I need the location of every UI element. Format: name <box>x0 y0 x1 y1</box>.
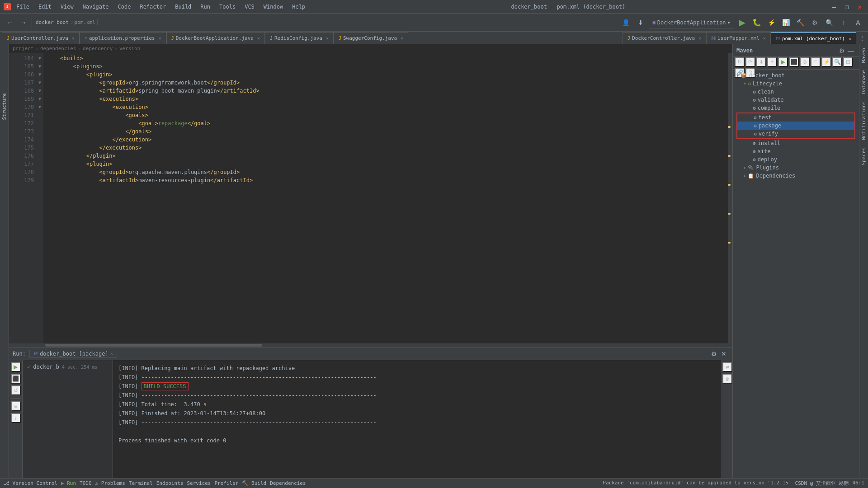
build-button[interactable]: 🔨 <box>794 16 807 29</box>
sidebar-maven-label[interactable]: Maven <box>860 44 868 66</box>
menu-vcs[interactable]: VCS <box>243 3 256 11</box>
tab-close[interactable]: ✕ <box>326 36 329 41</box>
tab-close[interactable]: ✕ <box>698 36 701 41</box>
run-button[interactable]: ▶ <box>736 16 749 29</box>
status-run[interactable]: ▶ Run <box>61 480 76 486</box>
close-button[interactable]: ✕ <box>855 2 864 11</box>
back-button[interactable]: ← <box>4 16 16 29</box>
breadcrumb-version[interactable]: version <box>119 46 140 52</box>
horizontal-scrollbar[interactable] <box>9 343 732 347</box>
run-configuration-selector[interactable]: ▣ DockerBootApplication ▼ <box>649 17 734 28</box>
tab-close[interactable]: ✕ <box>257 36 260 41</box>
output-softrap-button[interactable]: ⇌ <box>722 362 732 372</box>
search-everywhere-button[interactable]: 👤 <box>620 16 632 29</box>
maven-verify[interactable]: ⚙ verify <box>737 130 854 138</box>
maven-refresh-button[interactable]: ↻ <box>735 57 745 67</box>
run-process-item[interactable]: ✓ docker_b 4 sec, 254 ms <box>24 362 111 372</box>
maven-execute-goal-button[interactable]: ⚡ <box>821 57 831 67</box>
tab-close[interactable]: ✕ <box>159 36 161 41</box>
status-endpoints[interactable]: Endpoints <box>156 480 184 486</box>
menu-navigate[interactable]: Navigate <box>81 3 111 11</box>
menu-window[interactable]: Window <box>262 3 285 11</box>
status-profiler[interactable]: Profiler <box>214 480 238 486</box>
tab-close[interactable]: ✕ <box>763 36 766 41</box>
minimize-button[interactable]: — <box>830 2 839 11</box>
menu-edit[interactable]: Edit <box>37 3 53 11</box>
status-services[interactable]: Services <box>187 480 211 486</box>
git-button[interactable]: ↑ <box>837 16 850 29</box>
sidebar-structure-label[interactable]: Structure <box>0 89 8 124</box>
maven-download-button[interactable]: ⬇ <box>756 57 766 67</box>
run-scroll-end-button[interactable]: ↓ <box>11 413 21 423</box>
maven-refresh-all-button[interactable]: ⟳ <box>745 57 755 67</box>
run-settings-button[interactable]: ⚙ <box>709 349 719 359</box>
status-problems[interactable]: ⚠ Problems <box>95 480 125 486</box>
maven-compile[interactable]: ⚙ compile <box>733 104 859 112</box>
menu-build[interactable]: Build <box>173 3 193 11</box>
tab-dockerbootapp[interactable]: J DockerBootApplication.java ✕ <box>166 32 265 44</box>
maven-site[interactable]: ⚙ site <box>733 147 859 155</box>
coverage-button[interactable]: ⚡ <box>765 16 778 29</box>
breadcrumb-dependency[interactable]: dependency <box>83 46 113 52</box>
maven-plugins-item[interactable]: ▶ 🔌 Plugins <box>733 164 859 172</box>
menu-code[interactable]: Code <box>116 3 133 11</box>
menu-tools[interactable]: Tools <box>217 3 237 11</box>
status-dependencies[interactable]: Dependencies <box>270 480 306 486</box>
maven-root-item[interactable]: ▼ 📦 docker_boot <box>733 71 859 80</box>
tab-pom[interactable]: 𝕄 pom.xml (docker_boot) ✕ <box>771 32 856 44</box>
maven-install[interactable]: ⚙ install <box>733 139 859 147</box>
maven-package[interactable]: ⚙ package <box>737 122 854 130</box>
run-close-button[interactable]: ✕ <box>719 349 729 359</box>
tab-close[interactable]: ✕ <box>72 36 75 41</box>
sidebar-database-label[interactable]: Database <box>860 66 868 98</box>
sidebar-spaces-label[interactable]: Spaces <box>860 144 868 169</box>
run-config-dropdown-icon[interactable]: ▼ <box>728 20 730 25</box>
tab-usermapper[interactable]: 𝕄 UserMapper.xml ✕ <box>706 32 771 44</box>
status-terminal[interactable]: Terminal <box>129 480 153 486</box>
maven-hide-button[interactable]: — <box>846 46 855 55</box>
tab-close[interactable]: ✕ <box>849 36 851 41</box>
tab-dockercontroller[interactable]: J DockerController.java ✕ <box>623 32 706 44</box>
run-tab-close[interactable]: ✕ <box>110 351 113 356</box>
window-controls[interactable]: — ❐ ✕ <box>830 2 864 11</box>
menu-file[interactable]: File <box>14 3 31 11</box>
maven-run-button[interactable]: ▶ <box>778 57 788 67</box>
vcs-update-button[interactable]: ⬇ <box>634 16 647 29</box>
menu-run[interactable]: Run <box>198 3 212 11</box>
editor-scrollbar[interactable] <box>728 53 732 343</box>
maven-test[interactable]: ⚙ test <box>737 113 854 122</box>
forward-button[interactable]: → <box>17 16 30 29</box>
maven-profiles-button[interactable]: ≡ <box>811 57 821 67</box>
run-play-button[interactable]: ▶ <box>11 362 21 372</box>
run-rerun-button[interactable]: ↺ <box>11 385 21 395</box>
maven-deploy[interactable]: ⚙ deploy <box>733 155 859 164</box>
tab-redisconfig[interactable]: J RedisConfig.java ✕ <box>265 32 334 44</box>
menu-help[interactable]: Help <box>290 3 307 11</box>
sidebar-notifications-label[interactable]: Notifications <box>860 98 868 144</box>
code-content[interactable]: <build> <plugins> <plugin> <groupId>org.… <box>43 53 728 343</box>
run-tab[interactable]: 𝕄 docker_boot [package] ✕ <box>29 350 117 358</box>
maven-add-button[interactable]: + <box>767 57 777 67</box>
search-button[interactable]: 🔍 <box>823 16 835 29</box>
debug-button[interactable]: 🐛 <box>750 16 763 29</box>
maximize-button[interactable]: ❐ <box>842 2 851 11</box>
tab-swaggerconfig[interactable]: J SwaggerConfig.java ✕ <box>334 32 408 44</box>
breadcrumb-dependencies[interactable]: dependencies <box>40 46 76 52</box>
run-stop-button[interactable]: ⬛ <box>11 374 21 384</box>
breadcrumb-project[interactable]: project <box>13 46 33 52</box>
run-filter-button[interactable]: ≡ <box>11 401 21 411</box>
status-version-control[interactable]: ⎇ Version Control <box>4 480 57 486</box>
maven-search-button[interactable]: 🔍 <box>832 57 842 67</box>
maven-skip-tests-button[interactable]: ⊘ <box>800 57 810 67</box>
tab-usercontroller[interactable]: J UserController.java ✕ <box>2 32 80 44</box>
translate-button[interactable]: A <box>852 16 864 29</box>
profile-button[interactable]: 📊 <box>779 16 792 29</box>
maven-validate[interactable]: ⚙ validate <box>733 96 859 104</box>
menu-view[interactable]: View <box>59 3 75 11</box>
settings-button[interactable]: ⚙ <box>808 16 821 29</box>
maven-lifecycle-item[interactable]: ▼ ⚙ Lifecycle <box>733 80 859 88</box>
tab-close[interactable]: ✕ <box>401 36 403 41</box>
tabs-overflow-button[interactable]: ⋮ <box>856 32 868 44</box>
status-todo[interactable]: TODO <box>80 480 92 486</box>
menu-refactor[interactable]: Refactor <box>138 3 168 11</box>
